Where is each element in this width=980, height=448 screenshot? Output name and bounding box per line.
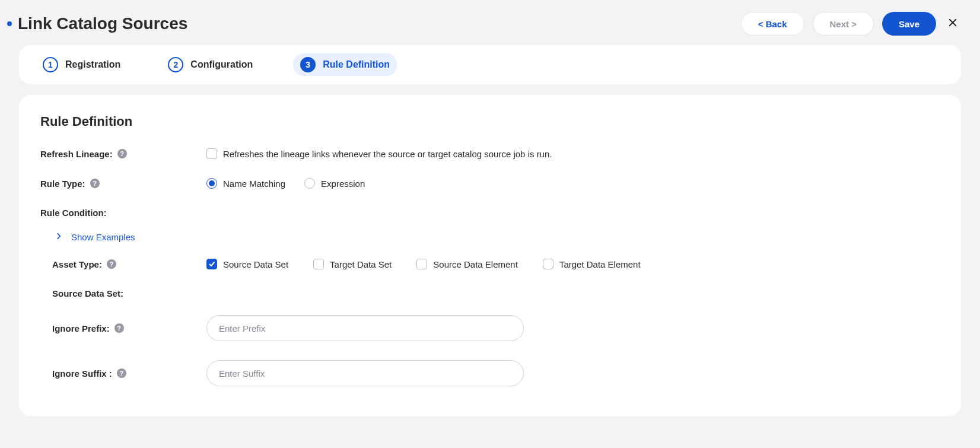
radio-label-name-matching: Name Matching xyxy=(223,179,285,189)
main-panel: Rule Definition Refresh Lineage: ? Refre… xyxy=(19,95,961,416)
help-icon[interactable]: ? xyxy=(107,259,116,269)
page-title: Link Catalog Sources xyxy=(18,14,187,33)
checkbox-target-data-set[interactable] xyxy=(313,259,324,269)
step-label: Registration xyxy=(65,59,120,70)
close-icon xyxy=(947,17,958,30)
help-icon[interactable]: ? xyxy=(117,149,127,158)
ignore-prefix-label: Ignore Prefix: xyxy=(52,323,110,333)
refresh-lineage-label: Refresh Lineage: xyxy=(40,149,113,159)
radio-name-matching[interactable] xyxy=(206,178,217,189)
step-number: 3 xyxy=(300,57,316,72)
rule-type-label: Rule Type: xyxy=(40,179,85,189)
ignore-suffix-input[interactable] xyxy=(206,360,524,386)
help-icon[interactable]: ? xyxy=(117,368,126,378)
help-icon[interactable]: ? xyxy=(90,179,100,188)
ignore-suffix-label: Ignore Suffix : xyxy=(52,368,112,379)
step-number: 1 xyxy=(43,57,58,72)
radio-label-expression: Expression xyxy=(321,179,365,189)
asset-type-label: Asset Type: xyxy=(52,259,102,269)
save-button[interactable]: Save xyxy=(882,12,936,36)
step-configuration[interactable]: 2 Configuration xyxy=(161,53,260,76)
source-data-set-label: Source Data Set: xyxy=(40,288,940,298)
close-button[interactable] xyxy=(944,15,961,32)
step-registration[interactable]: 1 Registration xyxy=(36,53,128,76)
step-label: Configuration xyxy=(190,59,253,70)
bullet-indicator xyxy=(7,21,12,26)
checkbox-target-data-element[interactable] xyxy=(543,259,553,269)
step-label: Rule Definition xyxy=(323,59,390,70)
refresh-lineage-checkbox[interactable] xyxy=(206,148,217,159)
rule-condition-label: Rule Condition: xyxy=(40,208,940,218)
checkbox-label: Target Data Element xyxy=(559,259,641,269)
help-icon[interactable]: ? xyxy=(114,323,124,333)
show-examples-toggle[interactable]: Show Examples xyxy=(40,232,940,242)
checkbox-label: Source Data Set xyxy=(223,259,288,269)
chevron-right-icon xyxy=(55,232,63,242)
stepper: 1 Registration 2 Configuration 3 Rule De… xyxy=(19,45,961,84)
checkbox-source-data-element[interactable] xyxy=(416,259,427,269)
ignore-prefix-input[interactable] xyxy=(206,315,524,341)
step-rule-definition[interactable]: 3 Rule Definition xyxy=(293,53,397,76)
section-title: Rule Definition xyxy=(40,114,940,129)
checkbox-label: Source Data Element xyxy=(433,259,518,269)
next-button[interactable]: Next > xyxy=(813,12,874,36)
radio-expression[interactable] xyxy=(304,178,315,189)
step-number: 2 xyxy=(168,57,183,72)
refresh-lineage-description: Refreshes the lineage links whenever the… xyxy=(223,149,552,159)
back-button[interactable]: < Back xyxy=(741,12,804,36)
show-examples-label: Show Examples xyxy=(71,232,135,242)
checkbox-label: Target Data Set xyxy=(330,259,392,269)
checkbox-source-data-set[interactable] xyxy=(206,259,217,269)
